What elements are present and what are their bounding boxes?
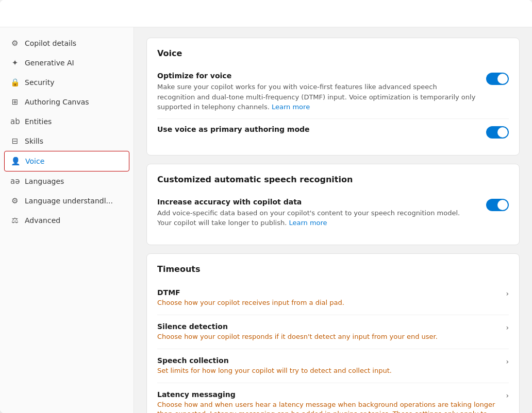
sidebar-label: Language understandl... bbox=[25, 197, 113, 205]
toggle-increase-accuracy[interactable] bbox=[486, 199, 509, 211]
timeout-row-dtmf[interactable]: DTMF Choose how your copilot receives in… bbox=[157, 281, 509, 315]
setting-text: Use voice as primary authoring mode bbox=[157, 125, 486, 135]
setting-row-increase-accuracy: Increase accuracy with copilot data Add … bbox=[157, 192, 509, 234]
authoring-canvas-icon: ⊞ bbox=[10, 97, 20, 107]
timeout-row-silence-detection[interactable]: Silence detection Choose how your copilo… bbox=[157, 315, 509, 349]
setting-desc: Make sure your copilot works for you wit… bbox=[157, 82, 476, 112]
sidebar-label: Advanced bbox=[25, 216, 60, 225]
setting-label: Use voice as primary authoring mode bbox=[157, 125, 476, 133]
chevron-icon: › bbox=[506, 391, 509, 400]
timeout-label: Latency messaging bbox=[157, 390, 501, 399]
entities-icon: ab bbox=[10, 117, 20, 126]
skills-icon: ⊟ bbox=[10, 136, 20, 146]
timeout-text: DTMF Choose how your copilot receives in… bbox=[157, 288, 501, 307]
timeout-desc: Choose how and when users hear a latency… bbox=[157, 400, 501, 413]
timeout-text: Speech collection Set limits for how lon… bbox=[157, 356, 501, 375]
chevron-icon: › bbox=[506, 323, 509, 332]
learn-more-link[interactable]: Learn more bbox=[272, 103, 310, 111]
learn-more-link[interactable]: Learn more bbox=[289, 219, 327, 227]
timeout-label: Speech collection bbox=[157, 356, 501, 365]
sidebar-label: Copilot details bbox=[25, 39, 76, 47]
sidebar-item-voice[interactable]: 👤 Voice bbox=[4, 151, 129, 171]
toggle-optimize-voice[interactable] bbox=[486, 73, 509, 85]
section-title-timeouts: Timeouts bbox=[157, 264, 509, 274]
sidebar-item-copilot-details[interactable]: ⚙ Copilot details bbox=[0, 33, 134, 53]
setting-desc: Add voice-specific data based on your co… bbox=[157, 208, 476, 228]
sidebar-label: Languages bbox=[25, 177, 64, 185]
sidebar-item-authoring-canvas[interactable]: ⊞ Authoring Canvas bbox=[0, 92, 134, 112]
section-timeouts: Timeouts DTMF Choose how your copilot re… bbox=[146, 253, 520, 414]
main-content: Voice Optimize for voice Make sure your … bbox=[134, 27, 532, 413]
sidebar-item-entities[interactable]: ab Entities bbox=[0, 112, 134, 131]
section-custom-asr: Customized automatic speech recognition … bbox=[146, 164, 520, 245]
sidebar-item-advanced[interactable]: ⚖ Advanced bbox=[0, 211, 134, 230]
setting-text: Increase accuracy with copilot data Add … bbox=[157, 198, 486, 228]
sidebar-item-languages[interactable]: aə Languages bbox=[0, 171, 134, 191]
timeout-row-latency-messaging[interactable]: Latency messaging Choose how and when us… bbox=[157, 383, 509, 413]
section-title-custom-asr: Customized automatic speech recognition bbox=[157, 175, 509, 184]
timeout-desc: Choose how your copilot responds if it d… bbox=[157, 332, 501, 341]
generative-ai-icon: ✦ bbox=[10, 58, 20, 67]
titlebar bbox=[0, 0, 532, 27]
timeout-desc: Choose how your copilot receives input f… bbox=[157, 298, 501, 307]
languages-icon: aə bbox=[10, 177, 20, 186]
timeout-desc: Set limits for how long your copilot wil… bbox=[157, 366, 501, 375]
sidebar-label: Authoring Canvas bbox=[25, 98, 89, 106]
sidebar-item-security[interactable]: 🔒 Security bbox=[0, 73, 134, 92]
setting-label: Increase accuracy with copilot data bbox=[157, 198, 476, 206]
setting-row-voice-primary: Use voice as primary authoring mode bbox=[157, 119, 509, 145]
sidebar-item-generative-ai[interactable]: ✦ Generative AI bbox=[0, 53, 134, 73]
chevron-icon: › bbox=[506, 357, 509, 366]
close-button[interactable] bbox=[509, 8, 522, 21]
security-icon: 🔒 bbox=[10, 78, 20, 87]
timeout-text: Latency messaging Choose how and when us… bbox=[157, 390, 501, 413]
sidebar-label: Skills bbox=[25, 137, 43, 145]
sidebar-item-language-understanding[interactable]: ⚙ Language understandl... bbox=[0, 191, 134, 211]
section-voice: Voice Optimize for voice Make sure your … bbox=[146, 38, 520, 156]
timeout-row-speech-collection[interactable]: Speech collection Set limits for how lon… bbox=[157, 349, 509, 383]
settings-window: ⚙ Copilot details ✦ Generative AI 🔒 Secu… bbox=[0, 0, 532, 413]
content-area: ⚙ Copilot details ✦ Generative AI 🔒 Secu… bbox=[0, 27, 532, 413]
chevron-icon: › bbox=[506, 289, 509, 298]
sidebar-label: Voice bbox=[25, 157, 44, 165]
setting-label: Optimize for voice bbox=[157, 72, 476, 80]
voice-icon: 👤 bbox=[11, 157, 20, 166]
sidebar-label: Security bbox=[25, 78, 55, 87]
timeout-text: Silence detection Choose how your copilo… bbox=[157, 322, 501, 341]
sidebar: ⚙ Copilot details ✦ Generative AI 🔒 Secu… bbox=[0, 27, 134, 413]
setting-text: Optimize for voice Make sure your copilo… bbox=[157, 72, 486, 112]
sidebar-label: Generative AI bbox=[25, 59, 74, 67]
language-understanding-icon: ⚙ bbox=[10, 196, 20, 205]
sidebar-label: Entities bbox=[25, 117, 52, 126]
section-title-voice: Voice bbox=[157, 48, 509, 58]
timeout-label: DTMF bbox=[157, 288, 501, 297]
advanced-icon: ⚖ bbox=[10, 216, 20, 225]
sidebar-item-skills[interactable]: ⊟ Skills bbox=[0, 131, 134, 151]
toggle-voice-primary[interactable] bbox=[486, 126, 509, 139]
setting-row-optimize-voice: Optimize for voice Make sure your copilo… bbox=[157, 65, 509, 119]
timeout-label: Silence detection bbox=[157, 322, 501, 331]
copilot-details-icon: ⚙ bbox=[10, 39, 20, 48]
